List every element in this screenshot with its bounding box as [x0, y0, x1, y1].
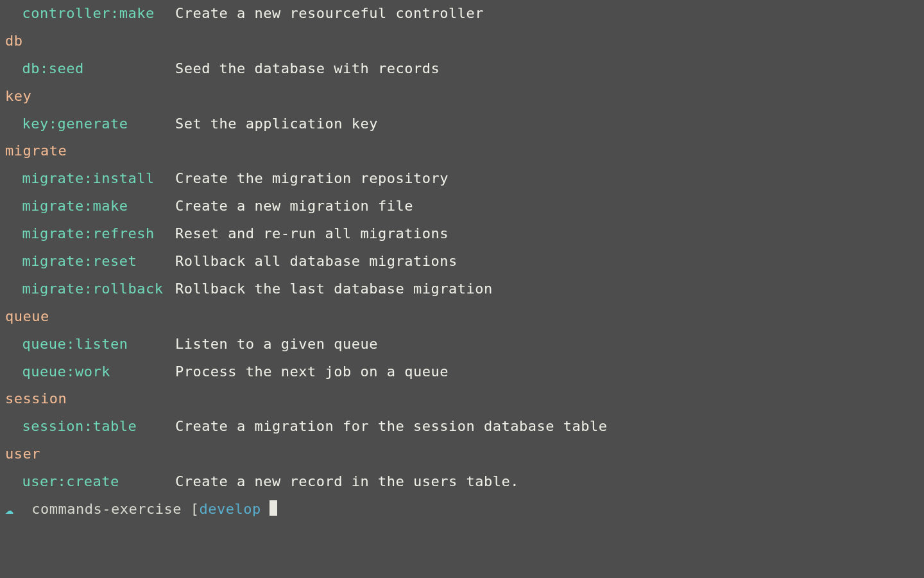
command-row: migrate:resetRollback all database migra…	[5, 248, 919, 276]
command-description: Create a new record in the users table.	[175, 473, 519, 489]
command-description: Rollback the last database migration	[175, 281, 493, 297]
command-description: Create a new migration file	[175, 198, 413, 214]
command-description: Rollback all database migrations	[175, 253, 458, 269]
command-name: migrate:reset	[22, 248, 175, 276]
prompt-bracket-open: [	[191, 501, 200, 517]
command-description: Set the application key	[175, 116, 378, 132]
command-description: Reset and re-run all migrations	[175, 225, 449, 241]
command-row: migrate:makeCreate a new migration file	[5, 193, 919, 220]
command-row: migrate:refreshReset and re-run all migr…	[5, 220, 919, 248]
command-row: queue:workProcess the next job on a queu…	[5, 358, 919, 386]
command-group-header: queue	[5, 303, 919, 331]
command-description: Seed the database with records	[175, 60, 440, 76]
command-row: controller:makeCreate a new resourceful …	[5, 0, 919, 28]
command-name: session:table	[22, 413, 175, 441]
command-group-header: migrate	[5, 137, 919, 165]
command-name: queue:work	[22, 358, 175, 386]
cloud-icon: ☁	[5, 496, 14, 523]
prompt-directory: commands-exercise	[31, 501, 182, 517]
command-row: key:generateSet the application key	[5, 110, 919, 138]
shell-prompt[interactable]: ☁ commands-exercise [develop	[5, 496, 919, 523]
command-name: queue:listen	[22, 331, 175, 358]
command-row: migrate:installCreate the migration repo…	[5, 165, 919, 193]
command-description: Process the next job on a queue	[175, 363, 449, 380]
command-description: Create the migration repository	[175, 170, 449, 186]
command-group-header: key	[5, 83, 919, 110]
command-name: controller:make	[22, 0, 175, 28]
command-name: migrate:refresh	[22, 220, 175, 248]
command-description: Create a migration for the session datab…	[175, 418, 608, 434]
command-name: user:create	[22, 468, 175, 496]
command-description: Create a new resourceful controller	[175, 5, 484, 21]
command-name: migrate:install	[22, 165, 175, 193]
command-name: key:generate	[22, 110, 175, 138]
command-group-header: user	[5, 441, 919, 468]
command-group-header: session	[5, 385, 919, 413]
command-row: db:seedSeed the database with records	[5, 55, 919, 83]
command-name: migrate:make	[22, 193, 175, 220]
command-name: migrate:rollback	[22, 276, 175, 303]
command-row: user:createCreate a new record in the us…	[5, 468, 919, 496]
command-row: session:tableCreate a migration for the …	[5, 413, 919, 441]
prompt-git-branch: develop	[199, 501, 261, 517]
terminal-cursor	[270, 500, 277, 516]
command-description: Listen to a given queue	[175, 336, 378, 352]
command-group-header: db	[5, 28, 919, 55]
command-row: queue:listenListen to a given queue	[5, 331, 919, 358]
command-name: db:seed	[22, 55, 175, 83]
terminal-output[interactable]: controller:makeCreate a new resourceful …	[0, 0, 924, 523]
command-row: migrate:rollbackRollback the last databa…	[5, 276, 919, 303]
